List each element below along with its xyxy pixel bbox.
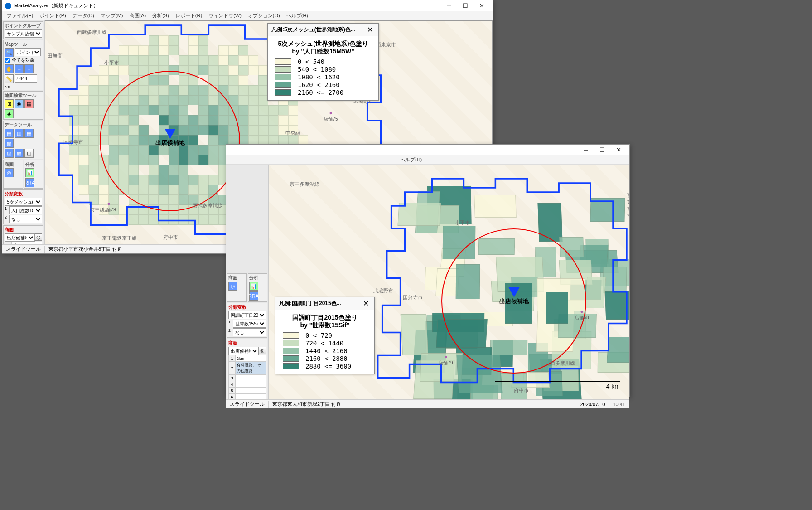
titlebar[interactable]: MarketAnalyzer（新規ドキュメント） ─ ☐ ✕: [2, 0, 493, 11]
var2-select[interactable]: なし: [9, 215, 42, 223]
status-slide-2: スライドツール: [226, 401, 269, 408]
menu-help[interactable]: ヘルプ(H): [284, 11, 311, 20]
distance-unit: km: [5, 84, 10, 89]
menu-map[interactable]: マップ(M): [98, 11, 126, 20]
analysis-btn-1[interactable]: 📊: [249, 282, 258, 291]
legend-panel-1[interactable]: 凡例:5次メッシュ(世界測地系)色... ✕ 5次メッシュ(世界測地系)色塗り …: [267, 23, 379, 101]
minimize-button[interactable]: ─: [578, 145, 594, 155]
menu-help-2[interactable]: ヘルプ(H): [228, 155, 425, 164]
ruler-icon[interactable]: 📏: [5, 74, 14, 83]
legend-bar-title-2: 凡例:国調町丁目2015色...: [279, 300, 361, 307]
maximize-button[interactable]: ☐: [457, 1, 474, 11]
var1-select[interactable]: 人口総数15M5V: [9, 206, 42, 214]
pan-icon[interactable]: ✋: [5, 64, 14, 73]
all-target-check[interactable]: 全てを対象: [5, 57, 42, 63]
legend-heading-2: 国調町丁目2015色塗り by "世帯数15Sif": [283, 314, 367, 329]
tradearea-btn-2[interactable]: ◎: [228, 282, 237, 291]
status-location-2: 東京都東大和市新堀2丁目 付近: [269, 401, 345, 408]
legend-bar-title: 凡例:5次メッシュ(世界測地系)色...: [271, 26, 365, 34]
menubar: ファイル(F) ポイント(P) データ(D) マップ(M) 商圏(A) 分析(S…: [2, 11, 493, 20]
data-tool-5[interactable]: ▨: [5, 149, 14, 158]
sidebar: ポイントグループ サンプル店舗データ2 Mapツール 🔍 ポイント 全てを対象 …: [2, 20, 45, 244]
tradearea-select[interactable]: 出店候補地: [5, 233, 35, 242]
classvar-label: 分類変数: [5, 191, 42, 197]
data-tools-label: データツール: [5, 122, 42, 128]
close-button[interactable]: ✕: [474, 1, 490, 11]
legend-panel-2[interactable]: 凡例:国調町丁目2015色... ✕ 国調町丁目2015色塗り by "世帯数1…: [275, 297, 375, 374]
tradearea-select-2[interactable]: 出店候補地: [228, 347, 259, 355]
menu-tradearea[interactable]: 商圏(A): [127, 11, 149, 20]
search-icon[interactable]: 🔍: [5, 48, 14, 57]
zoom-in-icon[interactable]: ＋: [14, 64, 24, 73]
tradearea-rows-table[interactable]: 12km 2有料道路、その他道路 3 4 5 6 7 8 9 10: [5, 242, 42, 244]
map-tools-label: Mapツール: [5, 41, 42, 48]
menu-window[interactable]: ウィンドウ(W): [206, 11, 244, 20]
classvar-label-2: 分類変数: [228, 304, 266, 311]
status-date-2: 2020/07/10: [576, 402, 609, 407]
data-tool-3[interactable]: ▦: [24, 129, 34, 138]
point-group-label: ポイントグループ: [5, 23, 42, 29]
zoom-out-icon[interactable]: －: [24, 64, 34, 73]
data-tool-6[interactable]: ▩: [14, 149, 24, 158]
menu-point[interactable]: ポイント(P): [37, 11, 69, 20]
data-tool-2[interactable]: ▥: [14, 129, 24, 138]
data-tool-1[interactable]: ▤: [5, 129, 14, 138]
distance-input[interactable]: [14, 74, 37, 83]
var1-select-2[interactable]: 世帯数15Sif: [233, 320, 266, 328]
app-window-2: ─ ☐ ✕ ヘルプ(H) 商圏 ◎ 分析 📊 RRA 分類: [226, 144, 630, 397]
menu-data[interactable]: データ(D): [70, 11, 97, 20]
search-tool-1[interactable]: ⊞: [5, 99, 14, 108]
var2-select-2[interactable]: なし: [233, 328, 266, 336]
tradearea-label: 商圏: [5, 161, 22, 168]
analysis-btn-2[interactable]: RRA: [249, 291, 258, 301]
tradearea-select-label-2: 商圏: [228, 340, 266, 346]
menu-option[interactable]: オプション(O): [245, 11, 283, 20]
status-time-2: 10:41: [609, 402, 629, 407]
search-tool-4[interactable]: ◈: [5, 109, 14, 118]
tradearea-target-icon[interactable]: ◎: [35, 233, 42, 241]
search-tool-3[interactable]: ▦: [24, 99, 34, 108]
search-tools-label: 地図検索ツール: [5, 92, 42, 99]
classvar-select-2[interactable]: 国調町丁目2015: [228, 311, 266, 319]
analysis-btn-2[interactable]: RRA: [25, 178, 34, 187]
maximize-button[interactable]: ☐: [594, 145, 610, 155]
analysis-btn-1[interactable]: 📊: [25, 168, 34, 177]
analysis-label-2: 分析: [249, 275, 266, 281]
point-group-select[interactable]: サンプル店舗データ2: [5, 29, 42, 38]
menu-analysis[interactable]: 分析(S): [150, 11, 172, 20]
sidebar-2: 商圏 ◎ 分析 📊 RRA 分類変数 国調町丁目2015 1世帯数15Sif 2…: [226, 165, 269, 399]
search-tool-2[interactable]: ◉: [14, 99, 24, 108]
status-slide: スライドツール: [2, 246, 45, 253]
legend-heading: 5次メッシュ(世界測地系)色塗り by "人口総数15M5W": [275, 40, 371, 55]
status-location: 東京都小平市花小金井8丁目 付近: [45, 246, 126, 253]
analysis-label: 分析: [25, 161, 43, 168]
tradearea-rows-table-2[interactable]: 12km 2有料道路、その他道路 3 4 5 6 7 8 9 10: [228, 355, 266, 399]
app-icon: [5, 3, 11, 9]
tradearea-btn[interactable]: ◎: [5, 168, 14, 177]
menu-file[interactable]: ファイル(F): [4, 11, 36, 20]
legend-close-icon[interactable]: ✕: [365, 25, 375, 34]
menubar-2: ヘルプ(H): [226, 155, 629, 165]
tradearea-label-2: 商圏: [228, 275, 246, 281]
status-bar-2: スライドツール 東京都東大和市新堀2丁目 付近 2020/07/10 10:41: [226, 399, 629, 408]
titlebar-2[interactable]: ─ ☐ ✕: [226, 145, 629, 155]
legend-close-icon-2[interactable]: ✕: [361, 299, 371, 308]
point-mode-select[interactable]: ポイント: [14, 48, 41, 56]
tradearea-select-label: 商圏: [5, 227, 42, 233]
data-tool-4[interactable]: ▧: [5, 139, 14, 148]
minimize-button[interactable]: ─: [441, 1, 457, 11]
menu-report[interactable]: レポート(R): [173, 11, 205, 20]
close-button[interactable]: ✕: [610, 145, 627, 155]
scale-bar-2: 4 km: [495, 381, 620, 390]
app-title: MarketAnalyzer（新規ドキュメント）: [14, 2, 98, 9]
classvar-select[interactable]: 5次メッシュ(世界測地系): [5, 198, 42, 206]
data-tool-7[interactable]: ◫: [24, 149, 34, 158]
tradearea-target-icon[interactable]: ◎: [259, 347, 266, 354]
